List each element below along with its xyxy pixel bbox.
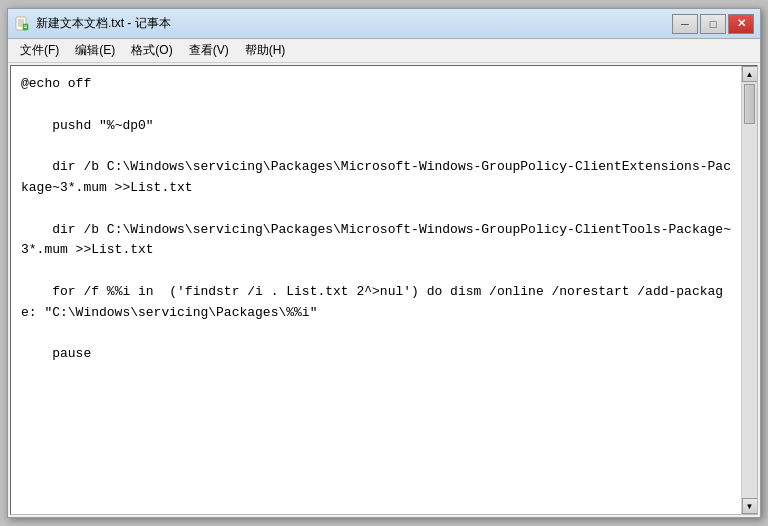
- text-editor[interactable]: [11, 66, 741, 514]
- title-bar: 新建文本文档.txt - 记事本 ─ □ ✕: [8, 9, 760, 39]
- title-controls: ─ □ ✕: [672, 14, 754, 34]
- notepad-window: 新建文本文档.txt - 记事本 ─ □ ✕ 文件(F) 编辑(E) 格式(O)…: [7, 8, 761, 518]
- close-button[interactable]: ✕: [728, 14, 754, 34]
- menu-edit[interactable]: 编辑(E): [67, 39, 123, 62]
- window-title: 新建文本文档.txt - 记事本: [36, 15, 171, 32]
- scroll-thumb[interactable]: [744, 84, 755, 124]
- scroll-down-button[interactable]: ▼: [742, 498, 758, 514]
- notepad-icon: [14, 16, 30, 32]
- menu-bar: 文件(F) 编辑(E) 格式(O) 查看(V) 帮助(H): [8, 39, 760, 63]
- menu-file[interactable]: 文件(F): [12, 39, 67, 62]
- vertical-scrollbar[interactable]: ▲ ▼: [741, 66, 757, 514]
- title-bar-left: 新建文本文档.txt - 记事本: [14, 15, 171, 32]
- scroll-track[interactable]: [742, 82, 757, 498]
- editor-container: ▲ ▼: [10, 65, 758, 515]
- scroll-up-button[interactable]: ▲: [742, 66, 758, 82]
- svg-rect-5: [23, 24, 28, 30]
- menu-view[interactable]: 查看(V): [181, 39, 237, 62]
- menu-format[interactable]: 格式(O): [123, 39, 180, 62]
- maximize-button[interactable]: □: [700, 14, 726, 34]
- menu-help[interactable]: 帮助(H): [237, 39, 294, 62]
- minimize-button[interactable]: ─: [672, 14, 698, 34]
